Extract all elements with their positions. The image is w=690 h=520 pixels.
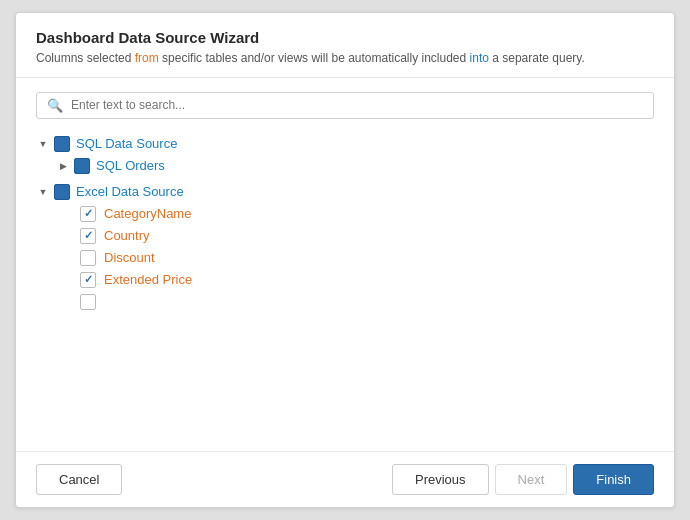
search-icon: 🔍 (47, 98, 63, 113)
tree-node-sql-data-source[interactable]: ▼ SQL Data Source (36, 133, 654, 155)
label-excel-data-source: Excel Data Source (76, 184, 184, 199)
label-sql-orders: SQL Orders (96, 158, 165, 173)
field-row-extended-price[interactable]: ✓ Extended Price (36, 269, 654, 291)
field-row-discount[interactable]: Discount (36, 247, 654, 269)
next-button: Next (495, 464, 568, 495)
subtitle-prefix: Columns selected (36, 51, 135, 65)
chevron-sql-orders: ▶ (56, 159, 70, 173)
subtitle-middle: specific tables and/or views will be aut… (159, 51, 470, 65)
search-box[interactable]: 🔍 (36, 92, 654, 119)
previous-button[interactable]: Previous (392, 464, 489, 495)
chevron-excel-data-source: ▼ (36, 185, 50, 199)
sql-orders-list: ▶ SQL Orders (36, 155, 654, 177)
fields-list: ✓ CategoryName ✓ Country (36, 203, 654, 313)
subtitle-into: into (470, 51, 489, 65)
field-row-country[interactable]: ✓ Country (36, 225, 654, 247)
checkbox-partial[interactable] (80, 294, 96, 310)
checkbox-sql-orders[interactable] (74, 158, 90, 174)
chevron-sql-data-source: ▼ (36, 137, 50, 151)
label-sql-data-source: SQL Data Source (76, 136, 177, 151)
tree-node-sql-orders[interactable]: ▶ SQL Orders (36, 155, 654, 177)
label-category-name: CategoryName (104, 206, 191, 221)
tree-root: ▼ SQL Data Source ▶ SQL Orders (36, 133, 654, 313)
checkbox-country[interactable]: ✓ (80, 228, 96, 244)
wizard-header: Dashboard Data Source Wizard Columns sel… (16, 13, 674, 78)
label-discount: Discount (104, 250, 155, 265)
checkbox-excel-data-source[interactable] (54, 184, 70, 200)
wizard-footer: Cancel Previous Next Finish (16, 451, 674, 507)
search-input[interactable] (71, 98, 643, 112)
subtitle-suffix: a separate query. (489, 51, 585, 65)
wizard-container: Dashboard Data Source Wizard Columns sel… (15, 12, 675, 508)
check-country: ✓ (84, 230, 93, 241)
check-category-name: ✓ (84, 208, 93, 219)
field-row-category-name[interactable]: ✓ CategoryName (36, 203, 654, 225)
wizard-subtitle: Columns selected from specific tables an… (36, 50, 654, 67)
cancel-button[interactable]: Cancel (36, 464, 122, 495)
checkbox-category-name[interactable]: ✓ (80, 206, 96, 222)
finish-button[interactable]: Finish (573, 464, 654, 495)
footer-left: Cancel (36, 464, 122, 495)
checkbox-discount[interactable] (80, 250, 96, 266)
label-country: Country (104, 228, 150, 243)
wizard-title: Dashboard Data Source Wizard (36, 29, 654, 46)
checkbox-sql-data-source[interactable] (54, 136, 70, 152)
tree-node-excel-data-source[interactable]: ▼ Excel Data Source (36, 181, 654, 203)
label-extended-price: Extended Price (104, 272, 192, 287)
checkbox-extended-price[interactable]: ✓ (80, 272, 96, 288)
subtitle-from: from (135, 51, 159, 65)
check-extended-price: ✓ (84, 274, 93, 285)
footer-right: Previous Next Finish (392, 464, 654, 495)
wizard-body: 🔍 ▼ SQL Data Source ▶ SQL (16, 78, 674, 451)
field-row-partial[interactable] (36, 291, 654, 313)
